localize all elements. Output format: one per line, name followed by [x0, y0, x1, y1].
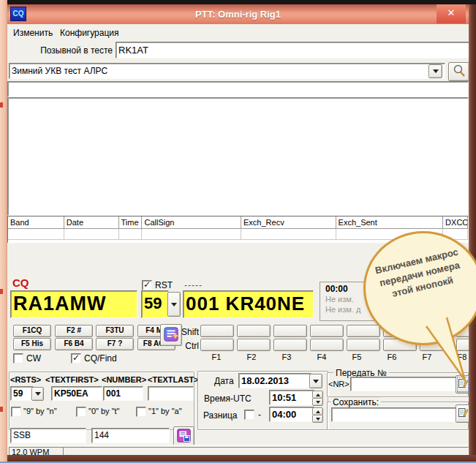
rst-dropdown-button[interactable]	[167, 292, 181, 317]
cqfind-checkbox-label: CQ/Find	[84, 353, 117, 364]
nr-input[interactable]	[350, 377, 456, 391]
utc-time-spinner[interactable]: 10:51	[269, 390, 314, 405]
column-header[interactable]: Date	[64, 217, 119, 229]
info-panel	[7, 97, 469, 216]
textlast-input[interactable]	[148, 386, 194, 401]
test-callsign-input[interactable]: RK1AT	[116, 42, 471, 59]
spin-down-icon	[316, 401, 320, 404]
diff-checkbox[interactable]	[244, 410, 254, 420]
fkey-label: F2	[235, 353, 268, 361]
fkey-label: F7	[411, 353, 443, 361]
macro-f5his-button[interactable]: F5 His	[13, 338, 51, 350]
diff-minus: -	[258, 410, 261, 420]
screenshot-root: CQ PTT: Omni-rig Rig1 ✕ Изменить Конфигу…	[0, 0, 476, 463]
edit-note-icon	[458, 407, 468, 418]
ctrl-label: Ctrl	[181, 341, 199, 351]
date-combobox[interactable]: 18.02.2013	[238, 373, 311, 388]
background-mark	[0, 289, 3, 294]
test-callsign-label: Позывной в тесте	[29, 45, 113, 56]
rst-sent-combobox[interactable]: 59	[141, 290, 169, 318]
rsts-combobox[interactable]: 59	[10, 386, 34, 401]
ctrl-macro-button[interactable]	[273, 339, 307, 351]
column-header[interactable]: Band	[8, 217, 64, 229]
macro-f3tu-button[interactable]: F3TU	[96, 325, 134, 337]
column-header[interactable]: Exch_Sent	[336, 217, 444, 229]
search-button[interactable]	[448, 62, 469, 81]
macro-f6b4-button[interactable]: F6 B4	[55, 338, 93, 350]
cw-checkbox-label: CW	[26, 353, 41, 364]
save-input[interactable]	[331, 407, 456, 422]
edit-note-icon	[458, 378, 468, 388]
note-line-2: Не изм. д	[325, 305, 360, 314]
fkey-label: F1	[200, 353, 233, 361]
rst-dashes: -----	[184, 280, 203, 290]
shift-macro-button[interactable]	[347, 325, 380, 337]
contest-combobox[interactable]: Зимний УКВ тест АЛРС	[9, 63, 445, 79]
diff-spin-down-button[interactable]	[312, 415, 323, 423]
sub-0t-checkbox[interactable]	[76, 407, 86, 417]
spin-up-icon	[316, 410, 320, 413]
column-header[interactable]: Exch_Recv	[241, 217, 336, 229]
ctrl-macro-button[interactable]	[237, 339, 271, 351]
macro-f2-button[interactable]: F2 #	[55, 325, 93, 337]
sub-1a-label: "1" by "a"	[148, 407, 182, 415]
nr-macro-button[interactable]	[456, 375, 470, 394]
macro-f7-button[interactable]: F7 ?	[96, 338, 134, 350]
save-macro-button[interactable]	[456, 404, 470, 423]
shift-macro-button[interactable]	[310, 325, 344, 337]
title-bar[interactable]: CQ PTT: Omni-rig Rig1 ✕	[7, 4, 469, 24]
contest-dropdown-button[interactable]	[428, 64, 442, 78]
fkey-label: F4	[306, 353, 338, 361]
macro-f1cq-button[interactable]: F1CQ	[13, 325, 51, 337]
utc-spin-down-button[interactable]	[312, 398, 323, 406]
rsts-label: <RSTS>	[10, 375, 41, 384]
save-settings-button[interactable]	[173, 426, 194, 446]
shift-macro-button[interactable]	[200, 325, 234, 337]
frame-bottom	[7, 455, 476, 462]
sub-1a-checkbox[interactable]	[136, 407, 146, 417]
sub-9n-checkbox[interactable]	[11, 407, 21, 417]
number-label: <NUMBER>	[102, 375, 146, 384]
note-line-1: Не изм.	[325, 295, 354, 304]
save-group-title: Сохранить:	[330, 397, 381, 407]
column-header[interactable]: DXCC	[443, 217, 468, 229]
background-strip-left	[0, 0, 7, 462]
close-button[interactable]: ✕	[437, 4, 466, 23]
cq-status-label: CQ	[12, 276, 29, 289]
callsign-input[interactable]: RA1AMW	[10, 290, 137, 318]
date-label: Дата	[214, 376, 234, 386]
sub-9n-label: "9" by "n"	[23, 407, 57, 415]
column-header[interactable]: CallSign	[142, 217, 241, 229]
date-dropdown-button[interactable]	[309, 374, 322, 388]
status-bar: 12.0 WPM	[7, 445, 469, 456]
callsign-entry-line[interactable]	[7, 81, 469, 97]
mode-input[interactable]: SSB	[10, 428, 86, 443]
ctrl-macro-button[interactable]	[310, 339, 344, 351]
fkey-labels-row: F1 F2 F3 F4 F5 F6 F7 F8	[200, 353, 476, 361]
rst-checkbox-label: RST	[155, 280, 173, 290]
ctrl-macro-button[interactable]	[347, 339, 380, 351]
number-input[interactable]: 001	[103, 386, 143, 401]
ctrl-macro-button[interactable]	[200, 339, 234, 351]
log-table-header: Band Date Time CallSign Exch_Recv Exch_S…	[8, 217, 468, 229]
window-title: PTT: Omni-rig Rig1	[7, 4, 469, 24]
textfirst-input[interactable]: KP50EA	[51, 386, 102, 401]
fkey-label: F3	[271, 353, 303, 361]
rsts-dropdown-button[interactable]	[31, 387, 44, 401]
diff-spinner[interactable]: 04:00	[269, 407, 314, 422]
band-input[interactable]: 144	[91, 428, 170, 443]
exchange-input[interactable]: 001 KR40NE	[183, 290, 314, 318]
diff-label: Разница	[203, 410, 238, 421]
cqfind-checkbox[interactable]	[71, 353, 81, 364]
background-mark	[0, 102, 3, 108]
spin-up-icon	[316, 394, 320, 396]
menu-item-edit[interactable]: Изменить	[13, 28, 53, 38]
cw-checkbox[interactable]	[13, 353, 23, 364]
rst-checkbox[interactable]	[142, 280, 152, 290]
column-header[interactable]: Time	[119, 217, 143, 229]
chevron-down-icon	[433, 69, 439, 73]
menu-item-configuration[interactable]: Конфигурация	[60, 28, 119, 38]
utc-time-label: Время-UTC	[204, 394, 252, 404]
shift-macro-button[interactable]	[237, 325, 271, 337]
shift-macro-button[interactable]	[273, 325, 307, 337]
